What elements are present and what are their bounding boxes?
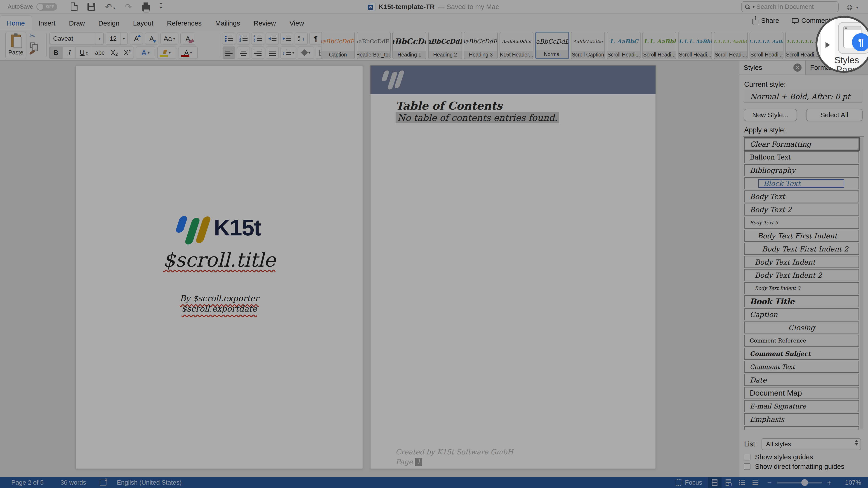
show-styles-guides-checkbox[interactable] (744, 454, 750, 460)
font-size-combo[interactable]: 12 ▾ (106, 33, 127, 45)
strikethrough-button[interactable]: abc (92, 46, 107, 59)
tab-home[interactable]: Home (0, 16, 32, 30)
style-item-comment-text[interactable]: Comment Text (744, 361, 859, 373)
list-filter-dropdown[interactable]: All styles (762, 438, 861, 450)
justify-button[interactable] (266, 46, 279, 59)
style-item-body-text-first-indent[interactable]: Body Text First Indent (744, 230, 859, 242)
gallery-style-headerbar-top[interactable]: AaBbCcDdEe HeaderBar_top (357, 32, 391, 59)
style-list-scrollbar[interactable] (860, 138, 863, 429)
select-all-button[interactable]: Select All (806, 109, 863, 121)
gallery-style-scroll-heading3[interactable]: 1.1.1. AaBbl Scroll Headi... (678, 32, 712, 59)
gallery-style-heading1[interactable]: AaBbCcDdE Heading 1 (393, 32, 426, 59)
print-layout-view-button[interactable] (708, 477, 721, 488)
subscript-button[interactable]: X₂ (107, 46, 121, 59)
superscript-button[interactable]: X² (121, 46, 134, 59)
gallery-style-normal[interactable]: AaBbCcDdEe Normal (535, 32, 569, 59)
style-item-clear-formatting[interactable]: Clear Formatting (744, 138, 859, 150)
share-button[interactable]: Share (752, 17, 779, 24)
undo-button[interactable]: ↶▾ (105, 3, 115, 11)
style-item-body-text[interactable]: Body Text (744, 191, 859, 202)
style-item-closing[interactable]: Closing (744, 322, 859, 333)
shrink-font-button[interactable]: A (145, 33, 158, 45)
grow-font-button[interactable]: A (130, 33, 143, 45)
style-item-caption[interactable]: Caption (744, 308, 859, 320)
style-item-bibliography[interactable]: Bibliography (744, 164, 859, 176)
style-item-body-text-indent-2[interactable]: Body Text Indent 2 (744, 269, 859, 281)
tab-view[interactable]: View (283, 16, 311, 30)
style-item-body-text-2[interactable]: Body Text 2 (744, 203, 859, 216)
style-item-partial[interactable] (744, 426, 859, 430)
search-scope-caret-icon[interactable]: ▾ (753, 5, 754, 9)
web-layout-view-button[interactable] (721, 477, 735, 488)
tab-mailings[interactable]: Mailings (209, 16, 247, 30)
feedback-smiley-icon[interactable]: ☺ ▾ (845, 2, 858, 12)
page-indicator[interactable]: Page 2 of 5 (11, 479, 43, 486)
gallery-style-scroll-heading4[interactable]: 1.1.1.1. AaBbC Scroll Headi... (714, 32, 748, 59)
align-center-button[interactable] (237, 46, 250, 59)
gallery-style-heading2[interactable]: AaBbCcDdEe Heading 2 (428, 32, 462, 59)
show-marks-button[interactable]: ¶ (309, 33, 322, 45)
draft-view-button[interactable] (749, 477, 762, 488)
text-effects-button[interactable]: A ▾ (136, 46, 155, 59)
gallery-style-scroll-heading1[interactable]: 1. AaBbC Scroll Headi... (607, 32, 641, 59)
autosave-toggle[interactable]: OFF (36, 3, 57, 11)
clear-formatting-button[interactable]: A (180, 33, 195, 45)
gallery-style-caption[interactable]: AaBbCcDdEe Caption (321, 32, 355, 59)
align-right-button[interactable] (252, 46, 264, 59)
highlight-button[interactable]: ▾ (157, 46, 176, 59)
language-indicator[interactable]: English (United States) (117, 479, 182, 486)
gallery-style-scroll-caption[interactable]: AaBbCcDdEe Scroll Caption (571, 32, 605, 59)
font-color-button[interactable]: A ▾ (179, 46, 197, 59)
increase-indent-button[interactable] (281, 33, 293, 45)
gallery-style-heading3[interactable]: AaBbCcDdEe Heading 3 (464, 32, 498, 59)
style-item-book-title[interactable]: Book Title (744, 295, 859, 307)
gallery-style-scroll-heading5[interactable]: 1.1.1.1.1. AaBb Scroll Headi... (749, 32, 783, 59)
sort-button[interactable] (295, 33, 308, 45)
style-item-date[interactable]: Date (744, 374, 859, 386)
more-commands-icon[interactable]: ▾ (160, 3, 162, 10)
style-item-emphasis[interactable]: Emphasis (744, 413, 859, 425)
decrease-indent-button[interactable] (266, 33, 279, 45)
new-document-icon[interactable] (71, 2, 78, 11)
gallery-style-scroll-heading2[interactable]: 1.1. AaBbl Scroll Headi... (643, 32, 676, 59)
tab-review[interactable]: Review (247, 16, 283, 30)
print-icon[interactable] (142, 5, 150, 11)
gallery-style-scroll-heading6[interactable]: 1.1.1.1.1.1. A Scroll Headi... (785, 32, 819, 59)
paste-button[interactable]: Paste (5, 32, 26, 58)
zoom-percentage[interactable]: 107% (836, 479, 861, 486)
style-item-block-text[interactable]: Block Text (744, 177, 859, 189)
proofing-status-icon[interactable] (100, 480, 106, 486)
style-item-body-text-first-indent-2[interactable]: Body Text First Indent 2 (744, 243, 859, 255)
focus-button[interactable]: Focus (685, 479, 702, 486)
font-name-combo[interactable]: Caveat ▾ (49, 33, 103, 45)
copy-icon[interactable] (30, 42, 35, 48)
change-case-button[interactable]: Aa ▾ (160, 33, 178, 45)
tab-design[interactable]: Design (92, 16, 126, 30)
underline-button[interactable]: U▾ (75, 46, 92, 59)
pane-tab-styles[interactable]: Styles ✕ (739, 61, 805, 74)
multilevel-list-button[interactable] (252, 33, 264, 45)
new-style-button[interactable]: New Style... (744, 109, 797, 121)
style-item-document-map[interactable]: Document Map (744, 387, 859, 399)
close-icon[interactable]: ✕ (794, 64, 802, 72)
zoom-slider[interactable] (777, 482, 822, 484)
word-count[interactable]: 36 words (60, 479, 86, 486)
document-page-1[interactable]: K15t $scroll.title By $scroll.exporter $… (76, 65, 363, 469)
tab-references[interactable]: References (160, 16, 209, 30)
bold-button[interactable]: B (49, 46, 62, 59)
italic-button[interactable]: I (62, 46, 75, 59)
line-spacing-button[interactable]: ▾ (281, 46, 296, 59)
tab-layout[interactable]: Layout (126, 16, 160, 30)
style-item-comment-subject[interactable]: Comment Subject (744, 348, 859, 360)
bullets-button[interactable] (223, 33, 235, 45)
gallery-style-k15t-header[interactable]: AaBbCcDdEe K15t Header... (500, 32, 533, 59)
align-left-button[interactable] (223, 46, 235, 59)
style-item-body-text-indent-3[interactable]: Body Text Indent 3 (744, 282, 859, 294)
document-page-2[interactable]: Table of Contents No table of contents e… (370, 65, 656, 469)
search-input[interactable] (756, 3, 831, 10)
zoom-out-button[interactable]: − (767, 478, 772, 487)
shading-button[interactable]: ▾ (298, 46, 314, 59)
style-item-comment-reference[interactable]: Comment Reference (744, 335, 859, 347)
style-item-balloon-text[interactable]: Balloon Text (744, 151, 859, 163)
style-item-email-signature[interactable]: E-mail Signature (744, 400, 859, 412)
